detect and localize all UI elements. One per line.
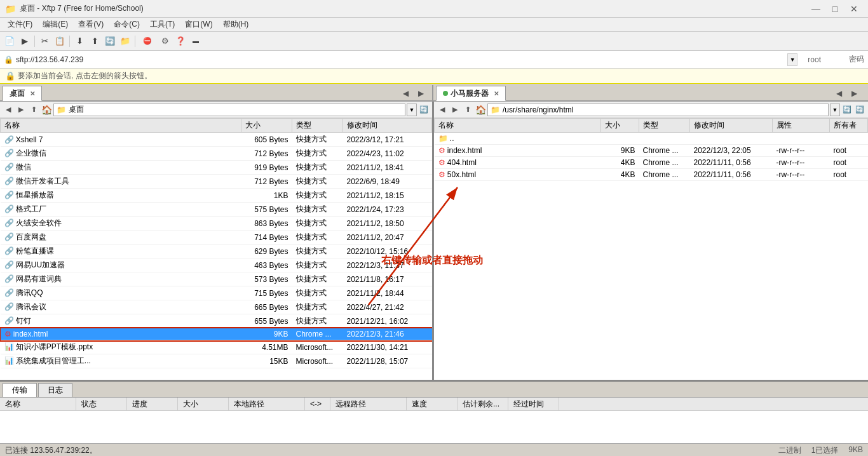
file-name[interactable]: 🔗 百度网盘 (1, 231, 241, 245)
file-name[interactable]: 🔗 网易UU加速器 (1, 258, 241, 272)
rfile-name[interactable]: ⚙ 50x.html (435, 169, 601, 181)
left-refresh[interactable]: 🔄 (418, 104, 430, 116)
file-name[interactable]: 🔗 网易有道词典 (1, 272, 241, 286)
toolbar-copy[interactable]: 📋 (53, 34, 67, 48)
left-file-row[interactable]: 🔗 百度网盘 714 Bytes 快捷方式 2021/11/2, 20:47 (1, 231, 432, 245)
right-forward[interactable]: ▶ (449, 104, 461, 116)
left-panel-next[interactable]: ▶ (414, 86, 427, 100)
toolbar-new[interactable]: 📄 (3, 34, 17, 48)
right-sync[interactable]: 🔄 (854, 104, 865, 116)
right-panel-next[interactable]: ▶ (848, 86, 860, 100)
right-up[interactable]: ⬆ (462, 104, 473, 116)
right-file-row[interactable]: ⚙ 404.html 4KB Chrome ... 2022/11/11, 0:… (435, 157, 868, 169)
close-button[interactable]: ✕ (845, 3, 863, 15)
col-type[interactable]: 类型 (292, 119, 343, 133)
right-tab-close[interactable]: ✕ (494, 90, 499, 97)
file-name[interactable]: ⚙ index.html (1, 328, 241, 340)
left-back[interactable]: ◀ (3, 104, 14, 116)
left-file-row[interactable]: 🔗 恒星播放器 1KB 快捷方式 2021/11/2, 18:15 (1, 189, 432, 203)
rcol-owner[interactable]: 所有者 (830, 119, 868, 133)
file-name[interactable]: 🔗 微信开发者工具 (1, 175, 241, 189)
toolbar-misc[interactable]: ▬ (189, 34, 203, 48)
col-name[interactable]: 名称 (1, 119, 241, 133)
rcol-name[interactable]: 名称 (435, 119, 601, 133)
right-path[interactable]: 📁 /usr/share/nginx/html (487, 104, 829, 116)
left-file-row[interactable]: ⚙ index.html 9KB Chrome ... 2022/12/3, 2… (1, 328, 432, 340)
tab-log[interactable]: 日志 (38, 383, 72, 397)
file-name[interactable]: 🔗 Xshell 7 (1, 133, 241, 147)
menu-tools[interactable]: 工具(T) (145, 18, 180, 31)
left-file-row[interactable]: 📊 系统集成项目管理工... 15KB Microsoft... 2022/11… (1, 354, 432, 368)
left-file-row[interactable]: 🔗 Xshell 7 605 Bytes 快捷方式 2022/3/12, 17:… (1, 133, 432, 147)
toolbar-upload[interactable]: ⬆ (88, 34, 102, 48)
minimize-button[interactable]: — (807, 3, 825, 15)
toolbar-help[interactable]: ❓ (173, 34, 187, 48)
menu-view[interactable]: 查看(V) (73, 18, 109, 31)
left-tab-close[interactable]: ✕ (30, 90, 35, 97)
menu-window[interactable]: 窗口(W) (180, 18, 217, 31)
right-panel-prev[interactable]: ◀ (832, 86, 845, 100)
toolbar-open-session[interactable]: ▶ (18, 34, 32, 48)
left-file-row[interactable]: 🔗 格式工厂 575 Bytes 快捷方式 2022/1/24, 17:23 (1, 203, 432, 217)
right-file-row[interactable]: ⚙ 50x.html 4KB Chrome ... 2022/11/11, 0:… (435, 169, 868, 181)
left-home[interactable]: 🏠 (41, 104, 52, 116)
rfile-name[interactable]: ⚙ 404.html (435, 157, 601, 169)
file-name[interactable]: 🔗 粉笔直播课 (1, 245, 241, 258)
rcol-modified[interactable]: 修改时间 (690, 119, 773, 133)
left-file-row[interactable]: 🔗 粉笔直播课 629 Bytes 快捷方式 2022/10/12, 15:16 (1, 245, 432, 258)
menu-edit[interactable]: 编辑(E) (37, 18, 73, 31)
left-file-row[interactable]: 🔗 企业微信 712 Bytes 快捷方式 2022/4/23, 11:02 (1, 147, 432, 161)
left-file-row[interactable]: 🔗 微信开发者工具 712 Bytes 快捷方式 2022/6/9, 18:49 (1, 175, 432, 189)
left-file-row[interactable]: 🔗 网易UU加速器 463 Bytes 快捷方式 2022/12/3, 11:3… (1, 258, 432, 272)
left-path[interactable]: 📁 桌面 (53, 104, 405, 116)
right-file-list[interactable]: 名称 大小 类型 修改时间 属性 所有者 📁 .. ⚙ index.html 9… (434, 118, 868, 380)
left-file-row[interactable]: 🔗 微信 919 Bytes 快捷方式 2021/11/2, 18:41 (1, 161, 432, 175)
left-path-dropdown[interactable]: ▼ (407, 104, 417, 116)
rfile-name[interactable]: 📁 .. (435, 133, 601, 145)
maximize-button[interactable]: □ (826, 3, 844, 15)
left-file-row[interactable]: 🔗 钉钉 655 Bytes 快捷方式 2021/12/21, 16:02 (1, 314, 432, 328)
toolbar-cut[interactable]: ✂ (37, 34, 51, 48)
file-name[interactable]: 🔗 恒星播放器 (1, 189, 241, 203)
rcol-attr[interactable]: 属性 (773, 119, 830, 133)
right-back[interactable]: ◀ (437, 104, 448, 116)
right-file-row[interactable]: ⚙ index.html 9KB Chrome ... 2022/12/3, 2… (435, 145, 868, 157)
left-file-row[interactable]: 🔗 腾讯QQ 715 Bytes 快捷方式 2021/11/2, 18:44 (1, 286, 432, 300)
menu-help[interactable]: 帮助(H) (218, 18, 254, 31)
file-name[interactable]: 🔗 格式工厂 (1, 203, 241, 217)
right-path-dropdown[interactable]: ▼ (830, 104, 840, 116)
left-file-list[interactable]: 名称 大小 类型 修改时间 🔗 Xshell 7 605 Bytes 快捷方式 … (0, 118, 432, 380)
right-home[interactable]: 🏠 (475, 104, 486, 116)
toolbar-settings[interactable]: ⚙ (158, 34, 172, 48)
address-input[interactable] (16, 55, 785, 64)
menu-file[interactable]: 文件(F) (3, 18, 37, 31)
left-file-row[interactable]: 📊 知识小课PPT模板.pptx 4.51MB Microsoft... 202… (1, 340, 432, 354)
toolbar-connect[interactable]: ⛔ (138, 34, 157, 48)
rcol-type[interactable]: 类型 (639, 119, 690, 133)
rfile-name[interactable]: ⚙ index.html (435, 145, 601, 157)
left-file-row[interactable]: 🔗 火绒安全软件 863 Bytes 快捷方式 2021/11/2, 18:50 (1, 217, 432, 231)
col-modified[interactable]: 修改时间 (343, 119, 432, 133)
right-tab-server[interactable]: 小马服务器 ✕ (436, 86, 506, 101)
file-name[interactable]: 🔗 腾讯会议 (1, 300, 241, 314)
right-file-row[interactable]: 📁 .. (435, 133, 868, 145)
left-forward[interactable]: ▶ (15, 104, 27, 116)
rcol-size[interactable]: 大小 (601, 119, 639, 133)
file-name[interactable]: 🔗 微信 (1, 161, 241, 175)
tab-transfer[interactable]: 传输 (3, 383, 37, 397)
toolbar-folder[interactable]: 📁 (118, 34, 132, 48)
file-name[interactable]: 🔗 火绒安全软件 (1, 217, 241, 231)
file-name[interactable]: 📊 系统集成项目管理工... (1, 354, 241, 368)
file-name[interactable]: 🔗 企业微信 (1, 147, 241, 161)
left-file-row[interactable]: 🔗 腾讯会议 665 Bytes 快捷方式 2022/4/27, 21:42 (1, 300, 432, 314)
file-name[interactable]: 📊 知识小课PPT模板.pptx (1, 340, 241, 354)
left-tab-desktop[interactable]: 桌面 ✕ (3, 86, 42, 101)
file-name[interactable]: 🔗 钉钉 (1, 314, 241, 328)
toolbar-sync[interactable]: 🔄 (103, 34, 117, 48)
toolbar-download[interactable]: ⬇ (72, 34, 86, 48)
col-size[interactable]: 大小 (241, 119, 292, 133)
right-refresh[interactable]: 🔄 (841, 104, 853, 116)
left-up[interactable]: ⬆ (28, 104, 39, 116)
left-panel-prev[interactable]: ◀ (399, 86, 412, 100)
file-name[interactable]: 🔗 腾讯QQ (1, 286, 241, 300)
